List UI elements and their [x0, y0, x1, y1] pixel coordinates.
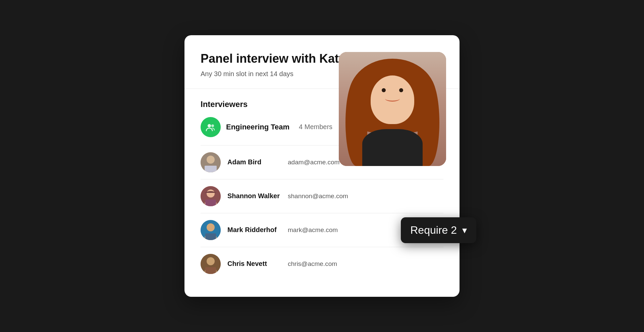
member-name: Shannon Walker	[227, 192, 281, 200]
katy-photo	[339, 52, 446, 166]
group-icon	[206, 122, 216, 132]
svg-point-11	[207, 223, 215, 231]
team-icon	[201, 117, 221, 137]
require-dropdown[interactable]: Require 2 ▾	[401, 217, 476, 243]
table-row: Shannon Walker shannon@acme.com	[201, 179, 443, 213]
svg-rect-5	[205, 166, 217, 172]
avatar	[201, 254, 221, 274]
team-members-count: 4 Members	[299, 123, 332, 131]
member-email: adam@acme.com	[288, 159, 339, 166]
svg-point-3	[207, 156, 215, 164]
avatar	[201, 186, 221, 206]
table-row: Chris Nevett chris@acme.com	[201, 247, 443, 281]
svg-point-1	[211, 124, 214, 127]
svg-point-0	[208, 124, 211, 127]
member-email: chris@acme.com	[288, 260, 337, 268]
member-name: Mark Ridderhof	[227, 226, 281, 234]
svg-point-7	[207, 189, 215, 198]
chevron-down-icon: ▾	[462, 225, 467, 236]
profile-photo-container	[339, 52, 446, 166]
member-name: Chris Nevett	[227, 260, 281, 268]
avatar	[201, 152, 221, 172]
main-card: Panel interview with Katy Any 30 min slo…	[184, 35, 460, 296]
member-email: shannon@acme.com	[288, 192, 348, 200]
scene: Panel interview with Katy Any 30 min slo…	[0, 0, 644, 332]
team-name: Engineering Team	[226, 123, 289, 131]
require-label: Require 2	[410, 224, 457, 236]
svg-rect-17	[205, 267, 216, 274]
member-name: Adam Bird	[227, 158, 281, 166]
svg-rect-9	[205, 200, 216, 206]
member-email: mark@acme.com	[288, 226, 338, 234]
svg-rect-13	[205, 233, 216, 240]
svg-point-15	[207, 257, 215, 265]
avatar	[201, 220, 221, 240]
